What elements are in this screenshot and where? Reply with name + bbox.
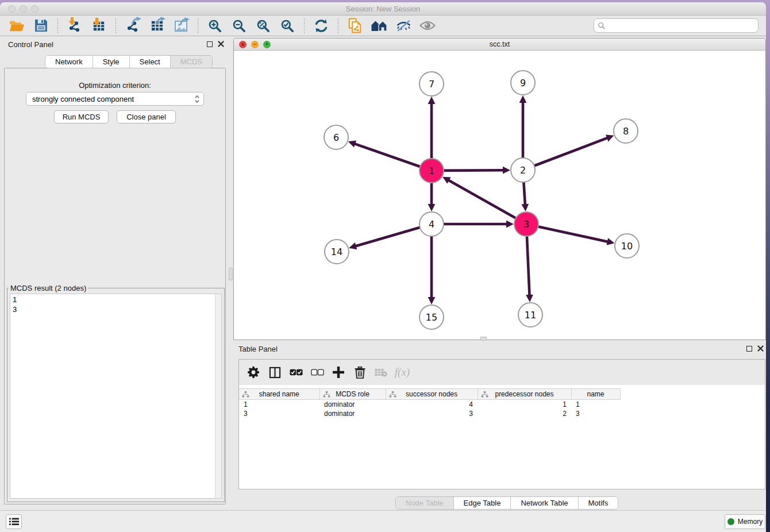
zoom-fit-button[interactable]: [255, 18, 272, 34]
arrowhead-icon: [521, 204, 529, 211]
graph-edge-1-2[interactable]: [442, 170, 504, 171]
dropdown-value: strongly connected component: [32, 95, 194, 103]
zoom-in-button[interactable]: [206, 18, 224, 34]
add-icon: [333, 367, 344, 378]
mcds-result-text[interactable]: 13: [10, 294, 222, 499]
export-image-button[interactable]: [172, 18, 190, 34]
hide-annotations-button[interactable]: [395, 18, 412, 34]
graph-node-label: 15: [426, 312, 437, 323]
select-all-button[interactable]: [287, 364, 305, 381]
run-mcds-button[interactable]: Run MCDS: [54, 110, 109, 124]
scrollbar[interactable]: [215, 294, 221, 498]
column-label: name: [587, 390, 604, 398]
refresh-button[interactable]: [313, 18, 330, 34]
home-button[interactable]: [371, 18, 388, 34]
memory-status-icon: [727, 518, 734, 525]
tab-motifs[interactable]: Motifs: [579, 497, 618, 509]
table-row[interactable]: 3dominator323: [239, 409, 620, 418]
table-options-button[interactable]: [245, 364, 262, 381]
table-cell[interactable]: 4: [386, 400, 478, 409]
check-all-icon: [290, 369, 303, 376]
import-table-button[interactable]: [90, 18, 107, 34]
table-cell[interactable]: 1: [571, 400, 620, 409]
table-cell[interactable]: 2: [478, 409, 571, 418]
import-network-button[interactable]: [66, 18, 83, 34]
graph-node-label: 14: [331, 246, 342, 257]
graph-edge-2-8[interactable]: [533, 138, 608, 167]
show-annotations-button[interactable]: [419, 18, 436, 34]
tab-network-table[interactable]: Network Table: [511, 497, 578, 509]
graph-edge-3-11[interactable]: [527, 235, 530, 296]
graph-edge-1-6[interactable]: [354, 144, 421, 167]
table-cell[interactable]: 3: [571, 409, 620, 418]
toolbar-separator: [57, 18, 58, 33]
zoom-fit-icon: [256, 18, 271, 33]
tab-mcds[interactable]: MCDS: [171, 56, 212, 68]
dropdown-stepper-icon: [194, 94, 200, 104]
zoom-selected-button[interactable]: [279, 18, 296, 34]
export-table-button[interactable]: [148, 18, 165, 34]
zoom-out-button[interactable]: [230, 18, 248, 34]
tab-node-table[interactable]: Node Table: [396, 497, 454, 509]
add-column-button[interactable]: [330, 364, 347, 381]
show-columns-button[interactable]: [266, 364, 283, 381]
table-cell[interactable]: 1: [478, 400, 571, 409]
arrowhead-icon: [506, 221, 514, 228]
gear-icon: [248, 367, 259, 378]
column-label: successor nodes: [406, 390, 457, 398]
memory-button[interactable]: Memory: [725, 514, 765, 529]
column-header-MCDS-role[interactable]: MCDS role: [319, 389, 386, 400]
tab-network[interactable]: Network: [45, 56, 93, 68]
clone-network-button[interactable]: [346, 18, 364, 34]
export-network-button[interactable]: [124, 18, 141, 34]
search-field[interactable]: [594, 18, 759, 33]
horizontal-splitter-grip[interactable]: [480, 337, 487, 341]
table-tabs: Node TableEdge TableNetwork TableMotifs: [395, 496, 618, 510]
control-panel-tabs: NetworkStyleSelectMCDS: [45, 55, 213, 68]
table-row[interactable]: 1dominator411: [239, 400, 620, 409]
column-header-successor-nodes[interactable]: successor nodes: [386, 389, 478, 400]
delete-table-button[interactable]: [372, 364, 390, 381]
tab-style[interactable]: Style: [93, 56, 130, 68]
optimization-criterion-select[interactable]: strongly connected component: [26, 92, 204, 106]
arrowhead-icon: [348, 141, 356, 148]
deselect-all-button[interactable]: [309, 364, 326, 381]
column-label: shared name: [259, 390, 299, 398]
table-cell[interactable]: dominator: [319, 400, 386, 409]
close-panel-button[interactable]: Close panel: [117, 110, 176, 124]
table-cell[interactable]: 3: [239, 409, 319, 418]
float-table-panel-icon[interactable]: [746, 346, 752, 352]
delete-column-button[interactable]: [351, 364, 368, 381]
list-icon: [9, 518, 19, 526]
table-cell[interactable]: 1: [239, 400, 319, 409]
arrowhead-icon: [606, 238, 614, 245]
tab-select[interactable]: Select: [130, 56, 171, 68]
graph-edge-3-10[interactable]: [537, 226, 609, 242]
column-header-shared-name[interactable]: shared name: [239, 389, 319, 400]
table-cell[interactable]: dominator: [319, 409, 386, 418]
save-session-button[interactable]: [32, 18, 49, 34]
memory-label: Memory: [738, 518, 763, 526]
graph-edge-3-1[interactable]: [448, 180, 517, 218]
zoom-out-icon: [232, 18, 247, 33]
search-input[interactable]: [606, 21, 758, 30]
function-builder-button[interactable]: f(x): [394, 364, 411, 381]
column-header-predecessor-nodes[interactable]: predecessor nodes: [478, 389, 571, 400]
float-panel-icon[interactable]: [207, 41, 213, 47]
close-panel-icon[interactable]: [218, 41, 224, 47]
table-cell[interactable]: 3: [386, 409, 478, 418]
tab-edge-table[interactable]: Edge Table: [454, 497, 511, 509]
node-table-panel: f(x) shared nameMCDS rolesuccessor nodes…: [238, 359, 765, 489]
console-button[interactable]: [6, 514, 22, 529]
network-canvas[interactable]: 7968124314101511: [234, 51, 765, 340]
graph-edge-2-3[interactable]: [523, 181, 525, 205]
search-icon: [598, 22, 606, 30]
vertical-splitter-grip[interactable]: [229, 268, 233, 280]
toolbar-separator: [198, 18, 198, 33]
graph-edge-4-14[interactable]: [355, 227, 421, 246]
column-header-name[interactable]: name: [571, 389, 620, 400]
network-titlebar[interactable]: x − + scc.txt: [234, 38, 765, 51]
fx-icon: f(x): [395, 366, 410, 379]
close-table-panel-icon[interactable]: [757, 345, 764, 352]
open-session-button[interactable]: [8, 18, 25, 34]
